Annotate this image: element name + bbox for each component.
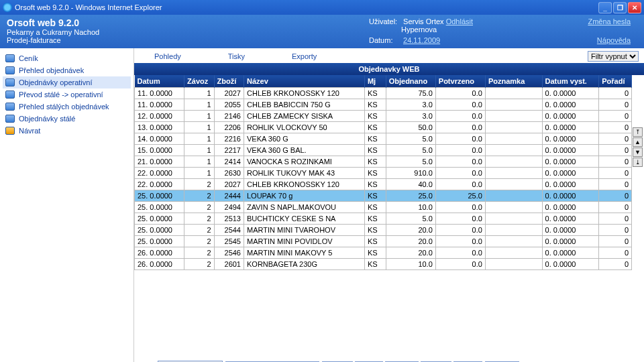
change-password-link[interactable]: Změna hesla: [588, 17, 631, 25]
cell: 5.0: [386, 145, 435, 156]
window-title: Orsoft web 9.2.0 - Windows Internet Expl…: [15, 3, 597, 11]
cell: 0.0: [435, 202, 485, 213]
exports-tab[interactable]: Exporty: [292, 52, 317, 60]
cell: [485, 133, 542, 145]
cell: 0. 0.0000: [542, 145, 599, 156]
page-icon: [5, 66, 15, 74]
sidebar-item[interactable]: Ceník: [3, 52, 131, 64]
table-row[interactable]: 22. 0.000012630ROHLIK TUKOVY MAK 43KS910…: [135, 168, 632, 179]
table-row[interactable]: 22. 0.000022027CHLEB KRKONOSSKY 120KS40.…: [135, 179, 632, 190]
col-header[interactable]: Poznamka: [485, 75, 542, 88]
cell: [485, 179, 542, 190]
scroll-down-icon[interactable]: ▼: [633, 147, 643, 157]
cell: 0. 0.0000: [542, 213, 599, 225]
views-tab[interactable]: Pohledy: [154, 52, 181, 60]
sidebar-item[interactable]: Převod stálé -> operativní: [3, 88, 131, 101]
page-icon: [5, 115, 15, 123]
cell: 0.0: [435, 111, 485, 122]
window-maximize-button[interactable]: ❐: [613, 2, 627, 13]
table-row[interactable]: 25. 0.000022544MARTIN MINI TVAROHOVKS20.…: [135, 225, 632, 236]
col-header[interactable]: Pořadí: [599, 75, 632, 88]
col-header[interactable]: Potvrzeno: [435, 75, 485, 88]
col-header[interactable]: Název: [244, 75, 365, 88]
cell: 2601: [214, 259, 244, 270]
cell: [485, 99, 542, 111]
table-row[interactable]: 14. 0.000012216VEKA 360 GKS5.00.00. 0.00…: [135, 133, 632, 145]
cell: 0. 0.0000: [542, 168, 599, 179]
sidebar-item[interactable]: Objednávky stálé: [3, 113, 131, 125]
table-row[interactable]: 21. 0.000012414VANOCKA S ROZINKAMIKS5.00…: [135, 156, 632, 168]
table-row[interactable]: 15. 0.000012217VEKA 360 G BAL.KS5.00.00.…: [135, 145, 632, 156]
table-row[interactable]: 13. 0.000012206ROHLIK VLOCKOVY 50KS50.00…: [135, 122, 632, 133]
table-row[interactable]: 12. 0.000012146CHLEB ZAMECKY SISKAKS3.00…: [135, 111, 632, 122]
cell: 25. 0.0000: [135, 213, 184, 225]
date-value[interactable]: 24.11.2009: [403, 36, 440, 44]
cell: [485, 213, 542, 225]
cell: 910.0: [386, 168, 435, 179]
cell: 75.0: [386, 88, 435, 99]
page-icon: [5, 103, 15, 111]
col-header[interactable]: Závoz: [184, 75, 214, 88]
cell: [485, 247, 542, 259]
window-close-button[interactable]: ✕: [628, 2, 641, 13]
sidebar-item[interactable]: Přehled objednávek: [3, 64, 131, 76]
cell: 2: [184, 179, 214, 190]
sidebar-item[interactable]: Návrat: [3, 125, 131, 137]
scroll-top-icon[interactable]: ⤒: [633, 127, 643, 137]
cell: 25.0: [386, 190, 435, 202]
table-row[interactable]: 11. 0.000012027CHLEB KRKONOSSKY 120KS75.…: [135, 88, 632, 99]
cell: 0: [599, 122, 632, 133]
scroll-bottom-icon[interactable]: ⤓: [633, 158, 643, 167]
table-row[interactable]: 25. 0.000022444LOUPAK 70 gKS25.025.00. 0…: [135, 190, 632, 202]
cell: KS: [364, 202, 386, 213]
cell: 50.0: [386, 122, 435, 133]
prints-tab[interactable]: Tisky: [228, 52, 245, 60]
cell: MARTIN MINI TVAROHOV: [244, 225, 365, 236]
table-row[interactable]: 26. 0.000022601KORNBAGETA 230GKS10.00.00…: [135, 259, 632, 270]
cell: 0. 0.0000: [542, 236, 599, 247]
cell: 0.0: [435, 259, 485, 270]
col-header[interactable]: Objednano: [386, 75, 435, 88]
cell: 0. 0.0000: [542, 122, 599, 133]
cell: 2630: [214, 168, 244, 179]
cell: 2545: [214, 236, 244, 247]
cell: 1: [184, 168, 214, 179]
scroll-up-icon[interactable]: ▲: [633, 137, 643, 147]
cell: CHLEB KRKONOSSKY 120: [244, 179, 365, 190]
user-name: Servis Ortex: [403, 17, 444, 25]
cell: 25. 0.0000: [135, 236, 184, 247]
cell: KS: [364, 99, 386, 111]
table-row[interactable]: 11. 0.000012055CHLEB BABICCIN 750 GKS3.0…: [135, 99, 632, 111]
cell: 0. 0.0000: [542, 156, 599, 168]
help-link[interactable]: Nápověda: [597, 36, 631, 44]
sidebar-item[interactable]: Přehled stálých objednávek: [3, 101, 131, 113]
cell: 0. 0.0000: [542, 247, 599, 259]
cell: 2: [184, 190, 214, 202]
col-header[interactable]: Mj: [364, 75, 386, 88]
cell: 11. 0.0000: [135, 99, 184, 111]
logout-link[interactable]: Odhlásit: [446, 17, 473, 25]
col-header[interactable]: Zboží: [214, 75, 244, 88]
sidebar: CeníkPřehled objednávekObjednávky operat…: [0, 48, 134, 362]
table-row[interactable]: 25. 0.000022545MARTIN MINI POVIDLOVKS20.…: [135, 236, 632, 247]
table-row[interactable]: 25. 0.000022513BUCHTICKY CESKE S NAKS5.0…: [135, 213, 632, 225]
table-row[interactable]: 26. 0.000022546MARTIN MINI MAKOVY 5KS20.…: [135, 247, 632, 259]
table-row[interactable]: 25. 0.000022494ZAVIN S NAPL.MAKOVOUKS10.…: [135, 202, 632, 213]
window-minimize-button[interactable]: _: [598, 2, 612, 13]
section-title: Prodej-fakturace: [7, 36, 369, 44]
cell: 0. 0.0000: [542, 190, 599, 202]
cell: 0: [599, 247, 632, 259]
cell: 0: [599, 179, 632, 190]
sidebar-item-label: Přehled stálých objednávek: [19, 103, 109, 111]
filter-dropdown[interactable]: Filtr vypnut: [588, 51, 639, 62]
col-header[interactable]: Datum: [135, 75, 184, 88]
sidebar-item[interactable]: Objednávky operativní: [3, 76, 131, 88]
ie-icon: [3, 3, 12, 12]
cell: 0.0: [435, 225, 485, 236]
col-header[interactable]: Datum vyst.: [542, 75, 599, 88]
cell: 2: [184, 213, 214, 225]
cell: KS: [364, 225, 386, 236]
cell: 22. 0.0000: [135, 168, 184, 179]
cell: 0: [599, 111, 632, 122]
cell: [485, 145, 542, 156]
